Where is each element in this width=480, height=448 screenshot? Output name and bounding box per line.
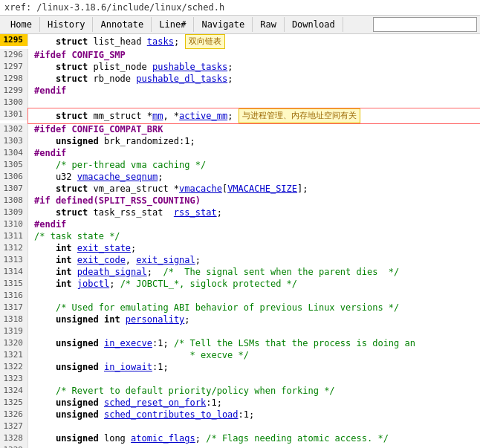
table-row: 1325 unsigned sched_reset_on_fork:1; xyxy=(0,397,480,409)
table-row: 1307 struct vm_area_struct *vmacache[VMA… xyxy=(0,183,480,195)
line-content: #endif xyxy=(28,147,480,159)
line-number[interactable]: 1318 xyxy=(0,314,28,325)
line-number[interactable]: 1305 xyxy=(0,159,28,171)
table-row: 1296#ifdef CONFIG_SMP xyxy=(0,49,480,61)
line-number[interactable]: 1296 xyxy=(0,49,28,61)
table-row: 1301 struct mm_struct *mm, *active_mm;与进… xyxy=(0,108,480,123)
nav-linenum[interactable]: Line# xyxy=(152,17,194,32)
line-content: struct list_head tasks;双向链表 xyxy=(28,34,480,49)
line-content: struct mm_struct *mm, *active_mm;与进程管理、内… xyxy=(28,108,480,123)
line-number[interactable]: 1301 xyxy=(0,108,28,120)
table-row: 1302#ifdef CONFIG_COMPAT_BRK xyxy=(0,123,480,135)
nav-navigate[interactable]: Navigate xyxy=(194,17,253,32)
line-content: #endif xyxy=(28,85,480,97)
line-number[interactable]: 1317 xyxy=(0,302,28,314)
line-content xyxy=(28,421,480,432)
line-number[interactable]: 1323 xyxy=(0,373,28,385)
line-number[interactable]: 1295 xyxy=(0,34,28,46)
line-content: /* Used for emulating ABI behavior of pr… xyxy=(28,302,480,314)
line-number[interactable]: 1310 xyxy=(0,218,28,230)
table-row: 1312 int exit_state; xyxy=(0,242,480,254)
table-row: 1297 struct plist_node pushable_tasks; xyxy=(0,61,480,73)
annotation: 与进程管理、内存地址空间有关 xyxy=(239,108,360,123)
line-number[interactable]: 1315 xyxy=(0,278,28,290)
table-row: 1319 xyxy=(0,325,480,337)
table-row: 1305 /* per-thread vma caching */ xyxy=(0,159,480,171)
table-row: 1303 unsigned brk_randomized:1; xyxy=(0,135,480,147)
nav-raw[interactable]: Raw xyxy=(253,17,285,32)
line-content: struct vm_area_struct *vmacache[VMACACHE… xyxy=(28,183,480,195)
table-row: 1324 /* Revert to default priority/polic… xyxy=(0,385,480,397)
line-content: struct rb_node pushable_dl_tasks; xyxy=(28,73,480,85)
line-number[interactable]: 1320 xyxy=(0,337,28,349)
table-row: 1309 struct task_rss_stat rss_stat; xyxy=(0,207,480,218)
table-row: 1317 /* Used for emulating ABI behavior … xyxy=(0,302,480,314)
nav-annotate[interactable]: Annotate xyxy=(93,17,152,32)
line-content: /* per-thread vma caching */ xyxy=(28,159,480,171)
table-row: 1322 unsigned in_iowait:1; xyxy=(0,361,480,373)
line-number[interactable]: 1328 xyxy=(0,432,28,444)
line-number[interactable]: 1311 xyxy=(0,230,28,242)
line-content: unsigned in_iowait:1; xyxy=(28,361,480,373)
table-row: 1329 xyxy=(0,444,480,448)
line-number[interactable]: 1325 xyxy=(0,397,28,409)
line-number[interactable]: 1303 xyxy=(0,135,28,147)
line-content: #ifdef CONFIG_COMPAT_BRK xyxy=(28,123,480,135)
line-content: unsigned sched_contributes_to_load:1; xyxy=(28,409,480,421)
line-number[interactable]: 1321 xyxy=(0,349,28,361)
table-row: 1308#if defined(SPLIT_RSS_COUNTING) xyxy=(0,195,480,207)
line-content: #if defined(SPLIT_RSS_COUNTING) xyxy=(28,195,480,207)
table-row: 1306 u32 vmacache_seqnum; xyxy=(0,171,480,183)
table-row: 1321 * execve */ xyxy=(0,349,480,361)
line-number[interactable]: 1298 xyxy=(0,73,28,85)
line-number[interactable]: 1326 xyxy=(0,409,28,421)
line-number[interactable]: 1324 xyxy=(0,385,28,397)
line-number[interactable]: 1306 xyxy=(0,171,28,183)
table-row: 1310#endif xyxy=(0,218,480,230)
search-input[interactable] xyxy=(373,17,477,32)
line-number[interactable]: 1316 xyxy=(0,290,28,302)
line-number[interactable]: 1327 xyxy=(0,421,28,432)
line-content: struct plist_node pushable_tasks; xyxy=(28,61,480,73)
line-number[interactable]: 1304 xyxy=(0,147,28,159)
line-number[interactable]: 1299 xyxy=(0,85,28,97)
line-number[interactable]: 1300 xyxy=(0,97,28,108)
line-number[interactable]: 1322 xyxy=(0,361,28,373)
table-row: 1299#endif xyxy=(0,85,480,97)
line-content: #endif xyxy=(28,218,480,230)
line-number[interactable]: 1308 xyxy=(0,195,28,207)
line-number[interactable]: 1309 xyxy=(0,207,28,218)
line-content: int exit_code, exit_signal; xyxy=(28,254,480,266)
table-row: 1298 struct rb_node pushable_dl_tasks; xyxy=(0,73,480,85)
line-number[interactable]: 1302 xyxy=(0,123,28,135)
line-number[interactable]: 1314 xyxy=(0,266,28,278)
table-row: 1313 int exit_code, exit_signal; xyxy=(0,254,480,266)
line-content: int pdeath_signal; /* The signal sent wh… xyxy=(28,266,480,278)
table-row: 1304#endif xyxy=(0,147,480,159)
line-number[interactable]: 1319 xyxy=(0,325,28,337)
table-row: 1323 xyxy=(0,373,480,385)
nav-home[interactable]: Home xyxy=(3,17,40,32)
line-number[interactable]: 1297 xyxy=(0,61,28,73)
table-row: 1320 unsigned in_execve:1; /* Tell the L… xyxy=(0,337,480,349)
path-bar: xref: /linux-3.18.6/include/linux/sched.… xyxy=(0,0,480,16)
table-row: 1300 xyxy=(0,97,480,108)
line-number[interactable]: 1313 xyxy=(0,254,28,266)
line-content: /* Revert to default priority/policy whe… xyxy=(28,385,480,397)
nav-history[interactable]: History xyxy=(40,17,94,32)
code-area: 1295 struct list_head tasks;双向链表1296#ifd… xyxy=(0,34,480,448)
nav-download[interactable]: Download xyxy=(285,17,343,32)
line-number[interactable]: 1307 xyxy=(0,183,28,195)
table-row: 1326 unsigned sched_contributes_to_load:… xyxy=(0,409,480,421)
line-content: unsigned in_execve:1; /* Tell the LSMs t… xyxy=(28,337,480,349)
line-number[interactable]: 1329 xyxy=(0,444,28,448)
line-content xyxy=(28,444,480,448)
table-row: 1315 int jobctl; /* JOBCTL_*, siglock pr… xyxy=(0,278,480,290)
line-content: unsigned int personality; xyxy=(28,314,480,325)
line-content: unsigned long atomic_flags; /* Flags nee… xyxy=(28,432,480,444)
annotation: 双向链表 xyxy=(185,34,225,49)
line-number[interactable]: 1312 xyxy=(0,242,28,254)
line-content: unsigned brk_randomized:1; xyxy=(28,135,480,147)
line-content xyxy=(28,373,480,385)
table-row: 1318 unsigned int personality; xyxy=(0,314,480,325)
